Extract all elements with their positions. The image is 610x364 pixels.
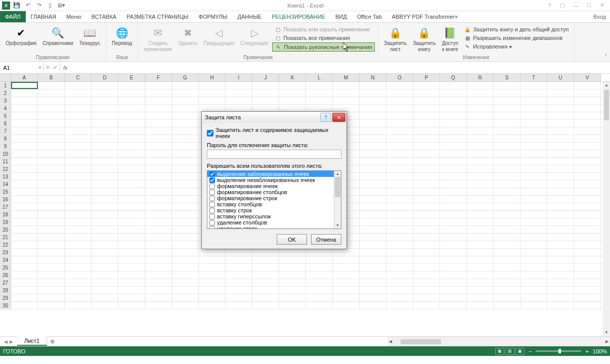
cell-J27[interactable] [252, 279, 279, 286]
new-comment-button[interactable]: ✉Создать примечание [141, 24, 175, 54]
cell-E18[interactable] [118, 211, 145, 218]
cell-C8[interactable] [65, 135, 92, 142]
cell-E19[interactable] [118, 218, 145, 225]
cell-T28[interactable] [520, 287, 547, 294]
cell-G13[interactable] [172, 173, 199, 180]
cell-S2[interactable] [494, 89, 520, 97]
protect-share-button[interactable]: 🔒Защитить книгу и дать общий доступ [462, 25, 571, 33]
row-header-23[interactable]: 23 [0, 249, 11, 256]
cell-C19[interactable] [65, 218, 92, 225]
cell-V4[interactable] [574, 105, 601, 112]
cell-R13[interactable] [467, 173, 494, 180]
cell-O23[interactable] [386, 249, 413, 256]
cell-O22[interactable] [386, 241, 413, 248]
cell-U30[interactable] [547, 302, 574, 309]
cell-G22[interactable] [172, 241, 199, 248]
cell-P16[interactable] [413, 196, 440, 203]
cell-S26[interactable] [494, 271, 520, 279]
cell-U23[interactable] [547, 249, 574, 256]
cell-S13[interactable] [494, 173, 520, 180]
cell-Q11[interactable] [440, 158, 467, 165]
page-break-view-icon[interactable]: ▣ [515, 348, 525, 355]
cell-S15[interactable] [494, 188, 520, 195]
cell-S7[interactable] [494, 127, 520, 134]
cell-S19[interactable] [494, 218, 520, 225]
cell-D27[interactable] [92, 279, 118, 286]
cell-G4[interactable] [172, 105, 199, 112]
cell-M28[interactable] [333, 287, 360, 294]
cell-S22[interactable] [494, 241, 520, 248]
cell-S12[interactable] [494, 165, 520, 172]
cell-D2[interactable] [92, 89, 118, 97]
cell-R4[interactable] [467, 105, 494, 112]
perm-checkbox-1[interactable] [209, 177, 215, 183]
col-header-L[interactable]: L [306, 74, 333, 81]
cell-P22[interactable] [413, 241, 440, 248]
cell-D10[interactable] [92, 150, 118, 157]
cell-O9[interactable] [386, 143, 413, 150]
cell-I26[interactable] [226, 271, 252, 279]
cell-N17[interactable] [360, 203, 386, 210]
cell-O11[interactable] [386, 158, 413, 165]
cell-J2[interactable] [252, 89, 279, 97]
cell-S20[interactable] [494, 226, 520, 233]
cell-F7[interactable] [145, 127, 172, 134]
sheet-tab-1[interactable]: Лист1 [17, 336, 47, 346]
cell-S11[interactable] [494, 158, 520, 165]
cell-V15[interactable] [574, 188, 601, 195]
add-sheet-button[interactable]: ⊕ [47, 337, 57, 346]
cell-E20[interactable] [118, 226, 145, 233]
cell-L1[interactable] [306, 82, 333, 89]
cell-A20[interactable] [11, 226, 38, 233]
cell-F17[interactable] [145, 203, 172, 210]
cell-P1[interactable] [413, 82, 440, 89]
allow-ranges-button[interactable]: ▦Разрешить изменение диапазонов [462, 34, 571, 42]
cell-C30[interactable] [65, 302, 92, 309]
tab-menu[interactable]: Меню [61, 11, 86, 22]
cell-D1[interactable] [92, 82, 118, 89]
cell-V2[interactable] [574, 89, 601, 97]
cell-N6[interactable] [360, 120, 386, 127]
cell-Q20[interactable] [440, 226, 467, 233]
cell-B16[interactable] [38, 196, 65, 203]
cell-I30[interactable] [226, 302, 252, 309]
cell-S29[interactable] [494, 294, 520, 301]
row-header-8[interactable]: 8 [0, 135, 11, 142]
cell-R23[interactable] [467, 249, 494, 256]
row-header-2[interactable]: 2 [0, 89, 11, 97]
cell-E30[interactable] [118, 302, 145, 309]
cell-Q28[interactable] [440, 287, 467, 294]
cell-T22[interactable] [520, 241, 547, 248]
cell-U24[interactable] [547, 256, 574, 263]
cell-D28[interactable] [92, 287, 118, 294]
cell-U29[interactable] [547, 294, 574, 301]
cell-C27[interactable] [65, 279, 92, 286]
cell-Q1[interactable] [440, 82, 467, 89]
protect-contents-input[interactable] [207, 130, 213, 136]
cell-P15[interactable] [413, 188, 440, 195]
cell-V28[interactable] [574, 287, 601, 294]
perm-checkbox-3[interactable] [209, 190, 215, 195]
cell-V5[interactable] [574, 112, 601, 119]
next-comment-button[interactable]: ▷Следующее [238, 24, 271, 48]
cell-P29[interactable] [413, 294, 440, 301]
cell-P26[interactable] [413, 271, 440, 279]
cancel-button[interactable]: Отмена [311, 234, 341, 245]
cell-N9[interactable] [360, 143, 386, 150]
cell-T5[interactable] [520, 112, 547, 119]
row-header-20[interactable]: 20 [0, 226, 11, 233]
cell-L2[interactable] [306, 89, 333, 97]
cell-O19[interactable] [386, 218, 413, 225]
col-header-S[interactable]: S [494, 74, 520, 81]
cell-U13[interactable] [547, 173, 574, 180]
cell-Q23[interactable] [440, 249, 467, 256]
col-header-Q[interactable]: Q [440, 74, 467, 81]
scroll-down-icon[interactable]: ▼ [603, 329, 610, 336]
dialog-titlebar[interactable]: Защита листа ? ✕ [202, 112, 346, 123]
cell-B1[interactable] [38, 82, 65, 89]
cell-O28[interactable] [386, 287, 413, 294]
cell-O3[interactable] [386, 97, 413, 104]
cell-T20[interactable] [520, 226, 547, 233]
cell-A29[interactable] [11, 294, 38, 301]
cell-S23[interactable] [494, 249, 520, 256]
